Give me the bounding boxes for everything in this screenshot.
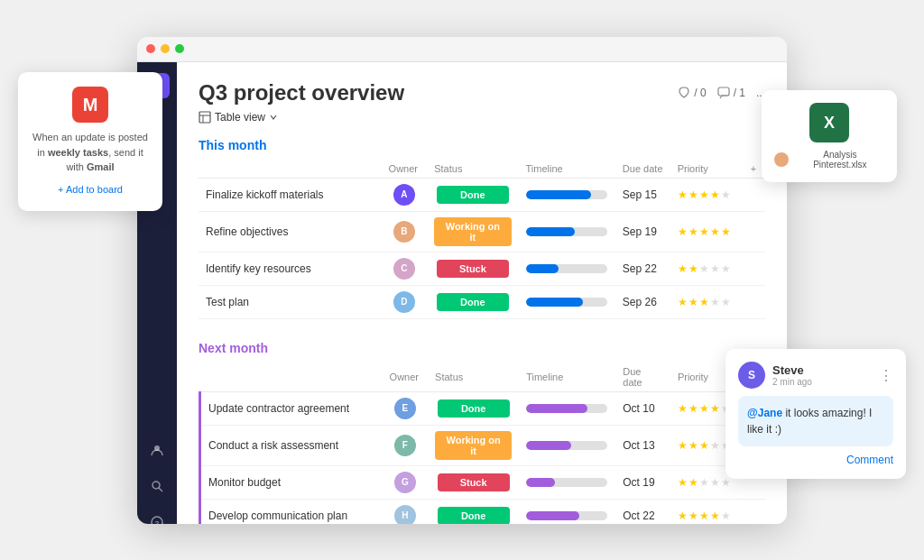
status-cell: Working on it bbox=[427, 211, 518, 252]
star-icon: ★ bbox=[678, 225, 688, 238]
status-cell: Done bbox=[428, 391, 519, 425]
comment-username: Steve bbox=[772, 363, 812, 377]
stars: ★★★★★ bbox=[678, 262, 736, 275]
timeline-bar bbox=[526, 478, 607, 487]
star-icon: ★ bbox=[710, 188, 720, 201]
svg-line-8 bbox=[159, 488, 162, 491]
star-icon: ★ bbox=[710, 476, 720, 489]
gmail-notification-card: M When an update is posted in weekly tas… bbox=[18, 72, 162, 211]
star-icon: ★ bbox=[678, 439, 688, 452]
comment-action-button[interactable]: Comment bbox=[738, 454, 893, 466]
table-row: Identify key resources C Stuck Sep 22 ★★… bbox=[199, 252, 765, 285]
stars: ★★★★★ bbox=[678, 476, 736, 489]
col-task-nm bbox=[200, 363, 383, 392]
star-icon: ★ bbox=[699, 476, 709, 489]
avatar: B bbox=[393, 221, 415, 243]
timeline-fill bbox=[526, 478, 555, 487]
comment-header: S Steve 2 min ago ⋮ bbox=[738, 362, 893, 389]
col-timeline: Timeline bbox=[519, 160, 615, 179]
svg-point-7 bbox=[152, 482, 160, 489]
next-month-section-title: Next month bbox=[199, 341, 765, 355]
add-to-board-button[interactable]: + Add to board bbox=[58, 184, 123, 195]
avatar: C bbox=[393, 258, 415, 280]
timeline-cell bbox=[519, 178, 615, 211]
table-row: Monitor budget G Stuck Oct 19 ★★★★★ bbox=[200, 465, 766, 499]
app-container: m bbox=[137, 62, 787, 524]
priority-cell: ★★★★★ bbox=[670, 499, 744, 524]
status-badge: Done bbox=[437, 186, 509, 204]
star-icon: ★ bbox=[678, 402, 688, 415]
excel-user-avatar bbox=[774, 152, 789, 167]
star-icon: ★ bbox=[721, 262, 731, 275]
star-icon: ★ bbox=[688, 402, 698, 415]
star-icon: ★ bbox=[678, 476, 688, 489]
status-cell: Done bbox=[427, 178, 518, 211]
star-icon: ★ bbox=[721, 296, 731, 308]
chrome-close-dot[interactable] bbox=[146, 44, 155, 53]
duedate-cell: Oct 19 bbox=[615, 465, 670, 499]
gmail-icon: M bbox=[72, 87, 108, 123]
star-icon: ★ bbox=[688, 510, 698, 522]
timeline-bar bbox=[526, 227, 607, 236]
priority-cell: ★★★★★ bbox=[670, 211, 744, 252]
next-month-table-header: Owner Status Timeline Due date Priority … bbox=[200, 363, 766, 392]
timeline-cell bbox=[519, 252, 615, 285]
owner-cell: G bbox=[383, 465, 429, 499]
priority-cell: ★★★★★ bbox=[670, 178, 744, 211]
star-icon: ★ bbox=[699, 439, 709, 452]
star-icon: ★ bbox=[699, 296, 709, 308]
comment-mention: @Jane bbox=[747, 407, 782, 419]
col-duedate-nm: Due date bbox=[615, 363, 670, 392]
chrome-minimize-dot[interactable] bbox=[161, 44, 170, 53]
star-icon: ★ bbox=[699, 262, 709, 275]
stars: ★★★★★ bbox=[678, 188, 736, 201]
svg-text:?: ? bbox=[155, 519, 160, 524]
col-timeline-nm: Timeline bbox=[519, 363, 615, 392]
owner-cell: D bbox=[382, 285, 428, 318]
sidebar-icon-help[interactable]: ? bbox=[146, 511, 168, 524]
timeline-cell bbox=[519, 391, 615, 425]
sidebar-icon-search[interactable] bbox=[146, 475, 168, 497]
star-icon: ★ bbox=[710, 439, 720, 452]
status-badge: Working on it bbox=[434, 217, 511, 246]
next-month-table: Owner Status Timeline Due date Priority … bbox=[199, 363, 765, 524]
chrome-maximize-dot[interactable] bbox=[175, 44, 184, 53]
empty-cell bbox=[744, 178, 765, 211]
like-button[interactable]: / 0 bbox=[678, 87, 706, 99]
svg-rect-12 bbox=[199, 112, 210, 123]
table-row: Test plan D Done Sep 26 ★★★★★ bbox=[199, 285, 765, 318]
stars: ★★★★★ bbox=[678, 225, 736, 238]
timeline-cell bbox=[519, 465, 615, 499]
task-name-cell: Refine objectives bbox=[199, 211, 382, 252]
timeline-fill bbox=[526, 227, 575, 236]
star-icon: ★ bbox=[699, 510, 709, 522]
browser-chrome bbox=[137, 37, 787, 62]
star-icon: ★ bbox=[710, 402, 720, 415]
timeline-bar bbox=[526, 190, 607, 199]
status-badge: Done bbox=[438, 399, 510, 418]
star-icon: ★ bbox=[710, 262, 720, 275]
owner-cell: B bbox=[382, 211, 428, 252]
owner-cell: E bbox=[383, 391, 429, 425]
this-month-table-header: Owner Status Timeline Due date Priority … bbox=[199, 160, 765, 179]
header-actions: / 0 / 1 ... bbox=[678, 87, 765, 99]
sidebar-icon-user[interactable] bbox=[146, 439, 168, 461]
view-selector[interactable]: Table view bbox=[199, 111, 765, 124]
avatar: A bbox=[393, 184, 415, 206]
comment-options-button[interactable]: ⋮ bbox=[879, 367, 893, 384]
timeline-fill bbox=[526, 404, 587, 413]
empty-cell bbox=[744, 211, 765, 252]
owner-cell: C bbox=[382, 252, 428, 285]
star-icon: ★ bbox=[688, 439, 698, 452]
empty-cell bbox=[744, 499, 765, 524]
page-header: Q3 project overview / 0 / 1 ... bbox=[199, 80, 765, 106]
col-priority: Priority bbox=[670, 160, 744, 179]
comment-count-button[interactable]: / 1 bbox=[717, 87, 745, 99]
star-icon: ★ bbox=[721, 225, 731, 238]
status-badge: Done bbox=[437, 293, 509, 311]
star-icon: ★ bbox=[721, 510, 731, 522]
col-task bbox=[199, 160, 382, 179]
star-icon: ★ bbox=[678, 510, 688, 522]
browser-window: m bbox=[137, 37, 787, 524]
avatar: H bbox=[394, 505, 416, 524]
